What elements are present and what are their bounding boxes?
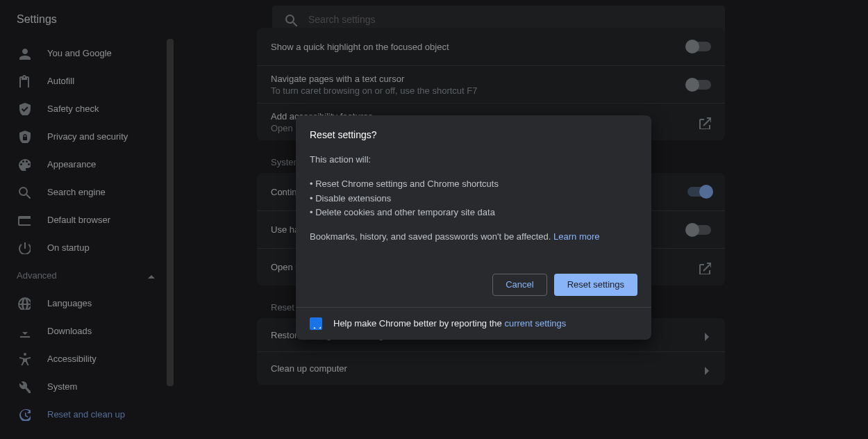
settings-row[interactable]: Show a quick highlight on the focused ob… (257, 28, 725, 65)
settings-row[interactable]: Clean up computer (257, 351, 725, 385)
dialog-lead: This action will: (310, 153, 637, 167)
external-link-icon (697, 115, 711, 129)
clipboard-icon (17, 74, 31, 88)
dialog-bullet: Delete cookies and other temporary site … (310, 206, 637, 220)
sidebar-item-on-startup[interactable]: On startup (0, 233, 175, 261)
sidebar-item-label: System (47, 381, 77, 392)
reset-settings-button[interactable]: Reset settings (554, 274, 637, 296)
dialog-title: Reset settings? (310, 129, 637, 140)
sidebar-item-label: Autofill (47, 76, 74, 86)
sidebar-item-you-and-google[interactable]: You and Google (0, 39, 175, 67)
sidebar-item-label: On startup (47, 242, 90, 253)
sidebar-item-languages[interactable]: Languages (0, 289, 175, 317)
learn-more-link[interactable]: Learn more (553, 231, 599, 242)
sidebar-scrollbar-thumb[interactable] (167, 39, 174, 386)
advanced-label: Advanced (17, 270, 57, 281)
search-input[interactable] (308, 14, 714, 25)
cancel-button[interactable]: Cancel (492, 274, 546, 296)
power-icon (17, 240, 31, 254)
lock-icon (17, 129, 31, 143)
sidebar-item-privacy-and-security[interactable]: Privacy and security (0, 122, 175, 150)
sidebar-item-default-browser[interactable]: Default browser (0, 206, 175, 233)
globe-icon (17, 296, 31, 310)
sidebar-item-label: Appearance (47, 159, 96, 169)
reset-settings-dialog: Reset settings? This action will: Reset … (296, 115, 651, 340)
sidebar-item-autofill[interactable]: Autofill (0, 67, 175, 94)
row-title: Navigate pages with a text cursor (271, 74, 676, 84)
person-icon (17, 46, 31, 60)
sidebar-advanced-toggle[interactable]: Advanced (0, 261, 175, 289)
dialog-footer-line: Bookmarks, history, and saved passwords … (310, 231, 553, 242)
sidebar-item-appearance[interactable]: Appearance (0, 150, 175, 178)
current-settings-link[interactable]: current settings (504, 318, 566, 329)
sidebar-item-label: Languages (47, 298, 92, 308)
a11y-icon (17, 351, 31, 365)
report-checkbox[interactable] (310, 317, 322, 330)
sidebar-item-label: Privacy and security (47, 131, 128, 142)
settings-row[interactable]: Navigate pages with a text cursorTo turn… (257, 65, 725, 103)
sidebar-item-safety-check[interactable]: Safety check (0, 94, 175, 122)
row-title: Clean up computer (271, 363, 687, 374)
search-icon (17, 185, 31, 199)
toggle-switch[interactable] (687, 225, 711, 235)
sidebar: You and GoogleAutofillSafety checkPrivac… (0, 39, 175, 439)
check-icon (311, 319, 321, 329)
shield-check-icon (17, 101, 31, 115)
sidebar-item-label: Search engine (47, 187, 106, 197)
sidebar-item-search-engine[interactable]: Search engine (0, 178, 175, 206)
sidebar-item-label: Downloads (47, 326, 92, 336)
dialog-bullet-list: Reset Chrome settings and Chrome shortcu… (310, 177, 637, 220)
sidebar-item-label: You and Google (47, 48, 112, 58)
report-text: Help make Chrome better by reporting the (333, 318, 504, 329)
sidebar-item-accessibility[interactable]: Accessibility (0, 345, 175, 372)
toggle-switch[interactable] (687, 42, 711, 51)
browser-icon (17, 213, 31, 226)
sidebar-item-label: Safety check (47, 103, 99, 114)
sidebar-item-label: Reset and clean up (47, 409, 125, 420)
chevron-right-icon (699, 329, 711, 341)
external-link-icon (697, 260, 711, 274)
palette-icon (17, 157, 31, 171)
dialog-bullet: Disable extensions (310, 192, 637, 206)
sidebar-item-label: Accessibility (47, 354, 97, 364)
dialog-bullet: Reset Chrome settings and Chrome shortcu… (310, 177, 637, 192)
sidebar-item-system[interactable]: System (0, 372, 175, 400)
sidebar-item-downloads[interactable]: Downloads (0, 317, 175, 345)
restore-icon (17, 407, 31, 421)
download-icon (17, 324, 31, 338)
sidebar-item-label: Default browser (47, 215, 110, 225)
chevron-right-icon (699, 363, 711, 375)
sidebar-item-reset-and-clean-up[interactable]: Reset and clean up (0, 400, 175, 428)
row-title: Show a quick highlight on the focused ob… (271, 42, 676, 52)
toggle-switch[interactable] (687, 80, 711, 90)
sidebar-scrollbar[interactable] (165, 39, 175, 439)
app-title: Settings (0, 13, 175, 26)
chevron-up-icon (143, 269, 156, 281)
toggle-switch[interactable] (687, 187, 711, 197)
search-icon (283, 13, 297, 26)
row-subtitle: To turn caret browsing on or off, use th… (271, 85, 676, 96)
wrench-icon (17, 379, 31, 393)
